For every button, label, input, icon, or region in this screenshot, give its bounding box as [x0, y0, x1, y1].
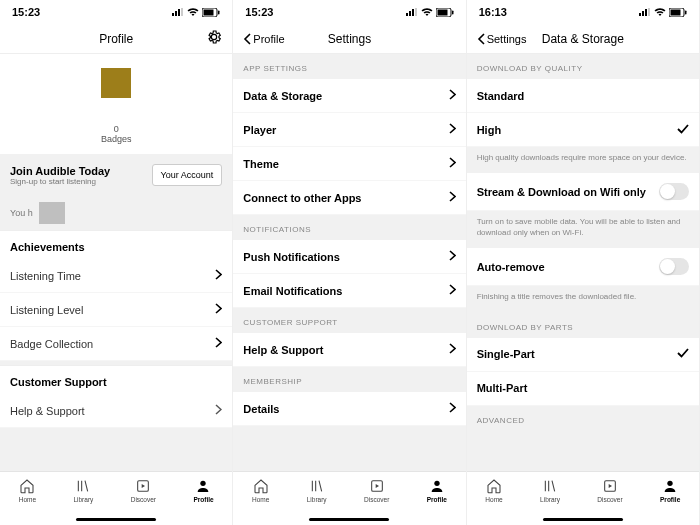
quality-note: High quality downloads require more spac…: [467, 147, 699, 173]
svg-rect-5: [204, 9, 214, 15]
quality-list: StandardHigh: [467, 79, 699, 147]
nav-header: Profile: [0, 24, 232, 54]
profile-content[interactable]: 0 Badges Join Audible Today Sign-up to s…: [0, 54, 232, 471]
discover-icon: [602, 478, 618, 494]
chevron-right-icon: [449, 250, 456, 263]
list-item[interactable]: Listening Time: [0, 259, 232, 293]
svg-point-8: [201, 481, 206, 486]
list-item[interactable]: Connect to other Apps: [233, 181, 465, 215]
list-item[interactable]: Push Notifications: [233, 240, 465, 274]
list-item[interactable]: Listening Level: [0, 293, 232, 327]
tab-library[interactable]: Library: [73, 478, 93, 503]
tab-home[interactable]: Home: [485, 478, 502, 503]
list-item[interactable]: Details: [233, 392, 465, 426]
tab-bar: HomeLibraryDiscoverProfile: [233, 471, 465, 525]
svg-rect-19: [642, 11, 644, 16]
list-item[interactable]: Theme: [233, 147, 465, 181]
settings-content[interactable]: APP SETTINGS Data & StoragePlayerThemeCo…: [233, 54, 465, 471]
chevron-right-icon: [215, 404, 222, 417]
tab-library[interactable]: Library: [540, 478, 560, 503]
svg-rect-15: [452, 10, 454, 14]
download-quality-header: DOWNLOAD BY QUALITY: [467, 54, 699, 79]
screen-settings: 15:23 Profile Settings APP SETTINGS Data…: [233, 0, 466, 525]
back-button[interactable]: Profile: [243, 33, 284, 45]
list-item[interactable]: Email Notifications: [233, 274, 465, 308]
list-item-label: Connect to other Apps: [243, 192, 448, 204]
status-icons: [172, 8, 220, 17]
tab-discover[interactable]: Discover: [364, 478, 389, 503]
list-item[interactable]: Multi-Part: [467, 372, 699, 406]
badges-count: 0: [101, 124, 132, 134]
svg-rect-20: [645, 9, 647, 16]
tab-discover[interactable]: Discover: [131, 478, 156, 503]
tab-discover[interactable]: Discover: [597, 478, 622, 503]
status-time: 16:13: [479, 6, 507, 18]
join-text: Join Audible Today Sign-up to start list…: [10, 165, 152, 186]
list-item-label: Badge Collection: [10, 338, 215, 350]
list-item[interactable]: High: [467, 113, 699, 147]
badges-block: 0 Badges: [101, 124, 132, 144]
tab-library[interactable]: Library: [307, 478, 327, 503]
chevron-right-icon: [215, 269, 222, 282]
membership-list: Details: [233, 392, 465, 426]
tab-label: Discover: [131, 496, 156, 503]
tab-label: Library: [307, 496, 327, 503]
tab-label: Library: [540, 496, 560, 503]
chevron-right-icon: [449, 343, 456, 356]
home-indicator: [309, 518, 389, 521]
svg-rect-23: [670, 9, 680, 15]
wifi-only-toggle[interactable]: [659, 183, 689, 200]
data-storage-content[interactable]: DOWNLOAD BY QUALITY StandardHigh High qu…: [467, 54, 699, 471]
list-item[interactable]: Standard: [467, 79, 699, 113]
tab-profile[interactable]: Profile: [660, 478, 680, 503]
list-item-label: Theme: [243, 158, 448, 170]
tab-label: Profile: [660, 496, 680, 503]
svg-point-17: [434, 481, 439, 486]
chevron-right-icon: [449, 284, 456, 297]
svg-rect-2: [178, 9, 180, 16]
battery-icon: [669, 8, 687, 17]
tab-bar: HomeLibraryDiscoverProfile: [0, 471, 232, 525]
autoremove-row[interactable]: Auto-remove: [467, 248, 699, 286]
library-icon: [542, 478, 558, 494]
your-account-button[interactable]: Your Account: [152, 164, 223, 186]
list-item-label: Push Notifications: [243, 251, 448, 263]
back-button[interactable]: Settings: [477, 33, 527, 45]
avatar[interactable]: [101, 68, 131, 98]
svg-rect-1: [175, 11, 177, 16]
list-item[interactable]: Help & Support: [233, 333, 465, 367]
nav-title: Profile: [0, 32, 232, 46]
wifi-icon: [654, 8, 666, 17]
wifi-icon: [421, 8, 433, 17]
svg-rect-0: [172, 13, 174, 16]
svg-rect-12: [415, 8, 417, 16]
list-item-label: Multi-Part: [477, 382, 689, 394]
check-icon: [677, 348, 689, 360]
svg-rect-3: [181, 8, 183, 16]
list-item[interactable]: Single-Part: [467, 338, 699, 372]
list-item-label: Standard: [477, 90, 689, 102]
svg-rect-9: [406, 13, 408, 16]
settings-gear-button[interactable]: [206, 29, 222, 49]
help-support-row[interactable]: Help & Support: [0, 394, 232, 428]
tab-profile[interactable]: Profile: [193, 478, 213, 503]
list-item[interactable]: Player: [233, 113, 465, 147]
membership-header: MEMBERSHIP: [233, 367, 465, 392]
list-item-label: Player: [243, 124, 448, 136]
tab-home[interactable]: Home: [19, 478, 36, 503]
download-parts-header: DOWNLOAD BY PARTS: [467, 313, 699, 338]
list-item[interactable]: Badge Collection: [0, 327, 232, 361]
badges-label: Badges: [101, 134, 132, 144]
autoremove-toggle[interactable]: [659, 258, 689, 275]
screen-profile: 15:23 Profile 0 Badges Join Audible Toda…: [0, 0, 233, 525]
signal-icon: [639, 8, 651, 16]
profile-icon: [662, 478, 678, 494]
support-list: Help & Support: [233, 333, 465, 367]
wifi-only-row[interactable]: Stream & Download on Wifi only: [467, 173, 699, 211]
list-item[interactable]: Data & Storage: [233, 79, 465, 113]
tab-profile[interactable]: Profile: [427, 478, 447, 503]
app-settings-header: APP SETTINGS: [233, 54, 465, 79]
svg-rect-21: [648, 8, 650, 16]
tab-home[interactable]: Home: [252, 478, 269, 503]
wifi-icon: [187, 8, 199, 17]
